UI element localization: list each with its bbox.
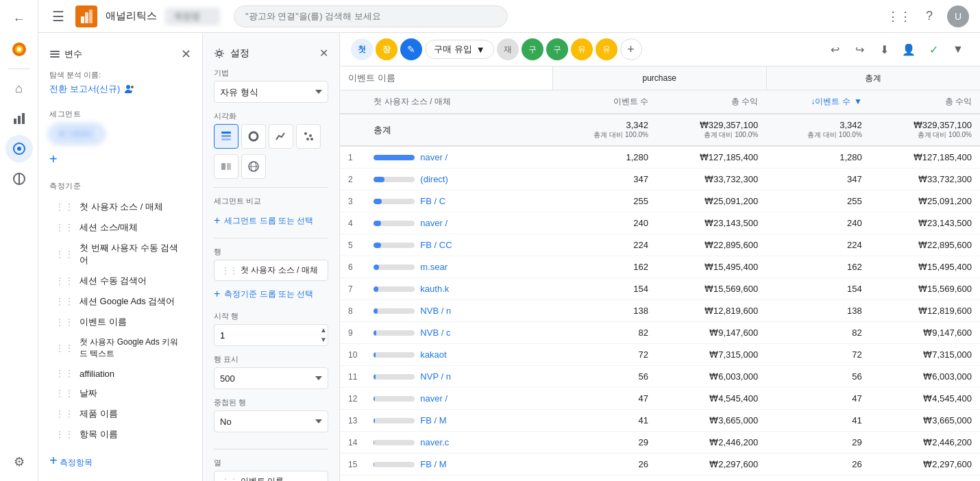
- row-display-select[interactable]: 500: [214, 367, 328, 389]
- row-name[interactable]: kakaot: [365, 344, 552, 366]
- u2-btn[interactable]: 유: [596, 38, 617, 60]
- row-s-events: 154: [766, 278, 870, 300]
- viz-options: [214, 124, 328, 149]
- analysis-name[interactable]: 전환 보고서(신규): [38, 82, 202, 101]
- search-input[interactable]: [234, 5, 508, 27]
- metric-item-2[interactable]: ⋮⋮ 첫 번째 사용자 수동 검색어: [44, 238, 197, 271]
- grid-icon[interactable]: ⋮⋮: [887, 4, 911, 29]
- add-metric-label[interactable]: 측정항목: [60, 458, 93, 467]
- spin-up[interactable]: ▲: [320, 325, 327, 335]
- row-name[interactable]: FB / M: [365, 454, 552, 476]
- table-row: 4 naver / 240 ₩23,143,500 240 ₩23,143,50…: [340, 212, 980, 234]
- row-name[interactable]: FB / C: [365, 190, 552, 212]
- check-icon[interactable]: ✓: [922, 38, 944, 60]
- viz-align-btn[interactable]: [214, 154, 238, 179]
- nav-back-icon[interactable]: ←: [5, 5, 33, 33]
- menu-icon[interactable]: ☰: [49, 5, 67, 27]
- table-row: 7 kauth.k 154 ₩15,569,600 154 ₩15,569,60…: [340, 278, 980, 300]
- nested-row-select[interactable]: No: [214, 410, 328, 432]
- metric-item-6[interactable]: ⋮⋮ 첫 사용자 Google Ads 키워드 텍스트: [44, 332, 197, 364]
- spinners[interactable]: ▲ ▼: [320, 325, 327, 345]
- row-name[interactable]: FB / M: [365, 410, 552, 432]
- variables-panel: 변수 ✕ 탐색 분석 이름: 전환 보고서(신규) 세그먼트 세그먼트1 + 측…: [38, 33, 203, 481]
- num-col-header: [340, 90, 365, 114]
- row-name[interactable]: FB / A: [365, 476, 552, 482]
- add-metric-btn[interactable]: +: [49, 453, 58, 468]
- metric-item-10[interactable]: ⋮⋮ 항목 이름: [44, 424, 197, 445]
- viz-table-btn[interactable]: [214, 124, 238, 149]
- settings-close-icon[interactable]: ✕: [319, 47, 328, 60]
- settings-divider-3: [214, 449, 328, 449]
- chevron-icon[interactable]: ▼: [947, 38, 969, 60]
- technique-select[interactable]: 자유 형식: [214, 81, 328, 103]
- nav-explore-icon[interactable]: [5, 135, 33, 162]
- col-chip[interactable]: ⋮⋮ 이벤트 이름: [214, 471, 328, 481]
- row-chip[interactable]: ⋮⋮ 첫 사용자 소스 / 매체: [214, 260, 328, 281]
- row-name[interactable]: m.sear: [365, 256, 552, 278]
- start-row-input[interactable]: [214, 324, 328, 346]
- row-num: 11: [340, 366, 365, 388]
- metric-item-7[interactable]: ⋮⋮ affiliation: [44, 364, 197, 383]
- row-events: 138: [552, 300, 657, 322]
- search-bar[interactable]: [234, 5, 508, 27]
- download-icon[interactable]: ⬇: [873, 38, 895, 60]
- summary-event-count-col-header[interactable]: ↓이벤트 수 ▼: [766, 90, 870, 114]
- help-icon[interactable]: ?: [917, 4, 942, 29]
- technique-label: 기법: [214, 68, 328, 78]
- row-events: 41: [552, 410, 657, 432]
- edit-btn[interactable]: ✎: [400, 38, 422, 60]
- metric-item-4[interactable]: ⋮⋮ 세션 Google Ads 검색어: [44, 291, 197, 312]
- nav-settings-icon[interactable]: ⚙: [5, 448, 33, 476]
- row-name[interactable]: kauth.k: [365, 278, 552, 300]
- metrics-section-label: 측정기준: [38, 173, 202, 194]
- u-btn[interactable]: 유: [571, 38, 593, 60]
- add-col-btn[interactable]: +: [620, 38, 642, 60]
- row-name[interactable]: NVB / n: [365, 300, 552, 322]
- nav-advertising-icon[interactable]: [5, 165, 33, 193]
- share-icon[interactable]: 👤: [898, 38, 920, 60]
- row-name[interactable]: FB / CC: [365, 234, 552, 256]
- row-s-revenue: ₩22,895,600: [870, 234, 980, 256]
- row-name[interactable]: NVP / n: [365, 366, 552, 388]
- segment-chip-all[interactable]: 세그먼트1: [49, 125, 104, 143]
- purchase-dropdown[interactable]: 구매 유입 ▼: [425, 40, 494, 59]
- nav-home-icon[interactable]: ⌂: [5, 75, 33, 102]
- nav-reports-icon[interactable]: [5, 105, 33, 132]
- account-selector[interactable]: 계정명: [165, 8, 220, 25]
- viz-donut-btn[interactable]: [241, 124, 266, 149]
- row-name[interactable]: naver /: [365, 146, 552, 169]
- people-icon: [124, 84, 135, 95]
- undo-icon[interactable]: ↩: [824, 38, 846, 60]
- variables-close[interactable]: ✕: [181, 47, 191, 62]
- row-s-revenue: ₩15,569,600: [870, 278, 980, 300]
- row-name[interactable]: naver.c: [365, 432, 552, 454]
- metric-item-0[interactable]: ⋮⋮ 첫 사용자 소스 / 매체: [44, 197, 197, 217]
- metric-item-9[interactable]: ⋮⋮ 제품 이름: [44, 404, 197, 424]
- row-name[interactable]: naver /: [365, 212, 552, 234]
- metric-item-3[interactable]: ⋮⋮ 세션 수동 검색어: [44, 271, 197, 291]
- row-revenue: ₩127,185,400: [657, 146, 766, 169]
- redo-icon[interactable]: ↪: [848, 38, 870, 60]
- avatar[interactable]: U: [947, 5, 969, 27]
- add-row-btn[interactable]: + 측정기준 드롭 또는 선택: [214, 285, 328, 303]
- metric-item-5[interactable]: ⋮⋮ 이벤트 이름: [44, 312, 197, 332]
- event-name-col-header: 이벤트 이름: [340, 66, 552, 90]
- spin-down[interactable]: ▼: [320, 335, 327, 345]
- reload-btn[interactable]: 재: [497, 38, 519, 60]
- save-btn[interactable]: 장: [376, 38, 397, 60]
- viz-globe-btn[interactable]: [241, 154, 266, 179]
- g-btn[interactable]: 구: [522, 38, 543, 60]
- row-name[interactable]: NVB / c: [365, 322, 552, 344]
- nav-logo-icon[interactable]: [5, 36, 33, 63]
- add-segment-btn[interactable]: +: [49, 151, 58, 166]
- add-segment-btn[interactable]: + 세그먼트 드롭 또는 선택: [214, 212, 328, 230]
- row-name[interactable]: naver /: [365, 388, 552, 410]
- first-btn[interactable]: 첫: [351, 38, 373, 60]
- row-s-revenue: ₩25,091,200: [870, 190, 980, 212]
- metric-item-1[interactable]: ⋮⋮ 세션 소스/매체: [44, 217, 197, 238]
- viz-line-btn[interactable]: [269, 124, 293, 149]
- viz-scatter-btn[interactable]: [296, 124, 321, 149]
- g2-btn[interactable]: 구: [546, 38, 568, 60]
- row-name[interactable]: (direct): [365, 169, 552, 190]
- metric-item-8[interactable]: ⋮⋮ 날짜: [44, 383, 197, 404]
